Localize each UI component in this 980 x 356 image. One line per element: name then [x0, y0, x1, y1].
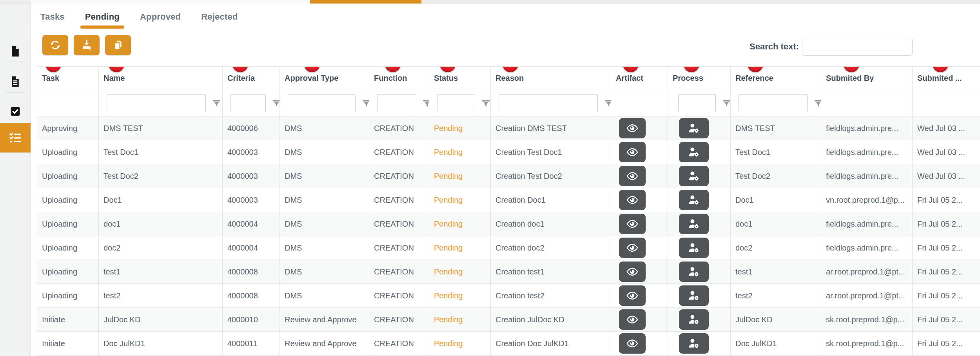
tab-tasks[interactable]: Tasks [40, 12, 65, 22]
column-header-status[interactable]: 6Status [429, 67, 491, 90]
table-row[interactable]: Uploading doc1 4000004 DMS CREATION Pend… [37, 212, 980, 236]
view-artifact-button[interactable] [619, 238, 646, 258]
cell-name: JulDoc KD [99, 308, 223, 332]
view-artifact-button[interactable] [619, 262, 646, 282]
tab-rejected[interactable]: Rejected [201, 12, 238, 22]
process-user-button[interactable] [679, 333, 709, 354]
view-artifact-button[interactable] [619, 285, 646, 306]
search-input[interactable] [802, 38, 913, 56]
process-user-button[interactable] [679, 142, 709, 162]
column-header-name[interactable]: 2Name [99, 67, 223, 90]
top-tab-strip [0, 0, 980, 4]
column-header-reason[interactable]: 7Reason [491, 67, 611, 90]
filter-funnel-icon[interactable] [211, 98, 222, 109]
process-user-button[interactable] [679, 166, 709, 186]
sidebar-divider [6, 62, 24, 62]
user-gear-icon [688, 289, 700, 302]
view-artifact-button[interactable] [619, 142, 646, 162]
column-header-approval-type[interactable]: 4Approval Type [280, 67, 369, 90]
search-area: Search text: [750, 38, 913, 56]
column-header-process[interactable]: 9Process [668, 67, 731, 90]
view-artifact-button[interactable] [619, 190, 646, 210]
view-artifact-button[interactable] [619, 333, 646, 354]
table-row[interactable]: Initiate Doc JulKD1 4000011 Review and A… [37, 332, 980, 356]
column-label: Reason [495, 74, 524, 82]
filter-input-name[interactable] [107, 94, 206, 112]
refresh-icon [49, 39, 62, 51]
eye-icon [626, 146, 639, 158]
table-row[interactable]: Uploading test1 4000008 DMS CREATION Pen… [37, 260, 980, 284]
table-row[interactable]: Uploading Test Doc2 4000003 DMS CREATION… [37, 164, 980, 188]
file-icon [9, 45, 22, 58]
process-user-button[interactable] [679, 262, 709, 282]
filter-cell-artifact [611, 90, 668, 116]
filter-funnel-icon[interactable] [813, 98, 821, 109]
table-row[interactable]: Uploading Test Doc1 4000003 DMS CREATION… [37, 140, 980, 164]
filter-input-status[interactable] [437, 94, 475, 112]
cell-submited-on: Fri Jul 05 2... [913, 284, 980, 308]
sidebar-item-checkbox[interactable] [0, 100, 31, 122]
filter-input-reason[interactable] [499, 94, 598, 112]
cell-artifact [611, 116, 668, 140]
cell-function: CREATION [369, 164, 429, 188]
process-user-button[interactable] [679, 118, 709, 138]
column-header-artifact[interactable]: 8Artifact [611, 67, 668, 90]
filter-input-process[interactable] [678, 94, 716, 112]
filter-funnel-icon[interactable] [603, 98, 611, 109]
column-label: Reference [735, 74, 773, 82]
filter-funnel-icon[interactable] [481, 98, 491, 109]
column-header-function[interactable]: 5Function [369, 67, 429, 90]
view-artifact-button[interactable] [619, 118, 646, 138]
filter-cell-status [429, 90, 491, 116]
filter-funnel-icon[interactable] [271, 98, 280, 109]
copy-button[interactable] [105, 35, 131, 55]
view-artifact-button[interactable] [619, 309, 646, 330]
column-header-submited-by[interactable]: 11Submited By [821, 67, 913, 90]
column-label: Submited By [826, 74, 874, 82]
sidebar-item-file-text[interactable] [0, 71, 31, 93]
refresh-button[interactable] [42, 35, 68, 55]
filter-input-function[interactable] [377, 94, 416, 112]
process-user-button[interactable] [679, 238, 709, 258]
filter-cell-submited-by [821, 90, 913, 116]
column-header-task[interactable]: 1Task [37, 67, 99, 90]
filter-funnel-icon[interactable] [721, 98, 731, 109]
table-row[interactable]: Uploading test2 4000008 DMS CREATION Pen… [37, 284, 980, 308]
cell-task: Approving [37, 116, 99, 140]
process-user-button[interactable] [679, 214, 709, 234]
column-header-criteria[interactable]: 3Criteria [223, 67, 280, 90]
sidebar-divider [0, 32, 31, 32]
process-user-button[interactable] [679, 285, 709, 306]
process-user-button[interactable] [679, 309, 709, 330]
table-row[interactable]: Approving DMS TEST 4000006 DMS CREATION … [37, 116, 980, 140]
tab-approved[interactable]: Approved [140, 12, 181, 22]
view-artifact-button[interactable] [619, 166, 646, 186]
cell-reason: Creation test2 [491, 284, 611, 308]
tab-pending[interactable]: Pending [85, 12, 120, 22]
filter-cell-process [668, 90, 731, 116]
download-button[interactable] [74, 35, 100, 55]
sidebar-item-task-checklist[interactable] [0, 123, 31, 153]
cell-submited-by: fieldlogs.admin.pre... [821, 212, 913, 236]
status-badge: Pending [429, 308, 491, 332]
cell-criteria: 4000003 [223, 164, 280, 188]
column-header-reference[interactable]: 10Reference [731, 67, 821, 90]
cell-approval-type: Review and Approve [280, 308, 369, 332]
column-label: Artifact [616, 74, 643, 82]
filter-input-approval-type[interactable] [288, 94, 356, 112]
filter-funnel-icon[interactable] [361, 98, 369, 109]
column-label: Name [103, 74, 125, 82]
sidebar-item-file[interactable] [0, 40, 31, 62]
filter-input-criteria[interactable] [230, 94, 266, 112]
column-header-submited-on[interactable]: 12Submited ... [913, 67, 980, 90]
process-user-button[interactable] [679, 190, 709, 210]
annotation-badge-1: 1 [45, 67, 61, 73]
view-artifact-button[interactable] [619, 214, 646, 234]
filter-input-reference[interactable] [739, 94, 808, 112]
table-row[interactable]: Uploading Doc1 4000003 DMS CREATION Pend… [37, 188, 980, 212]
cell-name: test2 [99, 284, 223, 308]
table-row[interactable]: Uploading doc2 4000004 DMS CREATION Pend… [37, 236, 980, 260]
table-row[interactable]: Initiate JulDoc KD 4000010 Review and Ap… [37, 308, 980, 332]
filter-cell-submited-on [913, 90, 980, 116]
filter-funnel-icon[interactable] [422, 98, 429, 109]
